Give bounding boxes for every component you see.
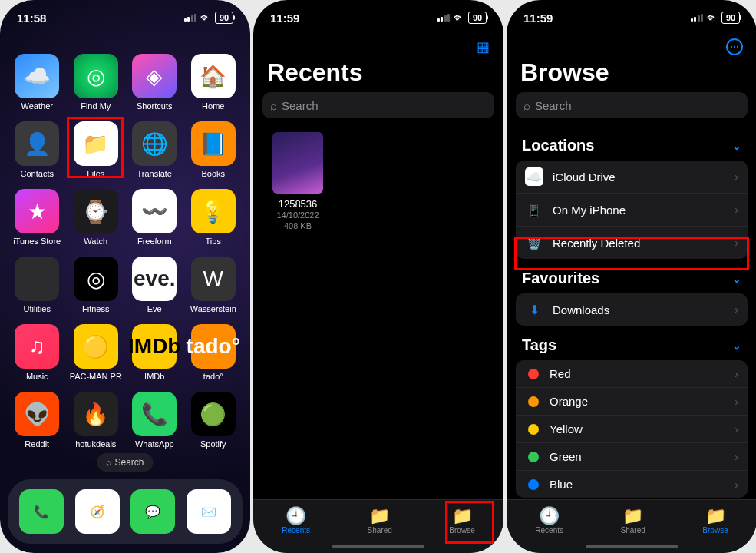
tag-blue[interactable]: Blue›: [516, 471, 748, 498]
freeform-app[interactable]: 〰️Freeform: [127, 189, 183, 246]
whatsapp-app-icon: 📞: [132, 392, 177, 436]
file-item[interactable]: 1258536 14/10/2022 408 KB: [267, 132, 328, 232]
tab-browse-icon: 📁: [452, 506, 473, 525]
file-date: 14/10/2022: [276, 210, 319, 220]
home-app[interactable]: 🏠Home: [186, 54, 242, 111]
row-recently-deleted[interactable]: 🗑️Recently Deleted›: [516, 227, 748, 259]
section-header-locations[interactable]: Locations ⌄: [516, 126, 748, 161]
app-label: WhatsApp: [135, 439, 174, 449]
search-icon: ⌕: [106, 457, 111, 468]
row-label: Green: [550, 450, 725, 463]
section-header-tags[interactable]: Tags ⌄: [516, 326, 748, 360]
wifi-icon: ᯤ: [707, 12, 718, 24]
chevron-right-icon: ›: [735, 204, 738, 216]
more-options-button[interactable]: ⋯: [726, 38, 743, 55]
fitness-app[interactable]: ◎Fitness: [68, 257, 124, 313]
music-app[interactable]: ♫Music: [9, 324, 65, 381]
pacman-app[interactable]: 🟡PAC-MAN PR: [68, 324, 124, 381]
app-label: PAC-MAN PR: [70, 372, 122, 381]
chevron-right-icon: ›: [735, 171, 738, 183]
chevron-right-icon: ›: [735, 478, 738, 491]
row-downloads[interactable]: ⬇︎Downloads›: [516, 293, 748, 326]
whatsapp-app[interactable]: 📞WhatsApp: [127, 392, 183, 449]
find-my-app[interactable]: ◎Find My: [68, 54, 124, 111]
row-icloud-drive[interactable]: ☁️iCloud Drive›: [516, 161, 748, 194]
home-indicator[interactable]: [586, 545, 678, 548]
battery-indicator: 90: [721, 12, 740, 24]
spotify-app[interactable]: 🟢Spotify: [186, 392, 242, 449]
app-label: Freeform: [137, 237, 172, 246]
find-my-app-icon: ◎: [74, 54, 118, 98]
imdb-app[interactable]: IMDbIMDb: [127, 324, 183, 381]
tab-recents[interactable]: 🕘Recents: [535, 506, 563, 535]
app-label: Reddit: [25, 439, 49, 449]
tab-shared[interactable]: 📁Shared: [368, 506, 392, 535]
phone-app[interactable]: 📞: [19, 489, 64, 534]
tab-browse[interactable]: 📁Browse: [449, 506, 474, 535]
chevron-down-icon: ⌄: [732, 339, 741, 352]
shortcuts-app-icon: ◈: [132, 54, 177, 98]
status-bar: 11:59 ᯤ 90: [507, 0, 756, 35]
spotlight-search[interactable]: ⌕ Search: [97, 453, 153, 472]
shortcuts-app[interactable]: ◈Shortcuts: [127, 54, 183, 111]
books-app[interactable]: 📘Books: [186, 121, 242, 178]
tab-shared[interactable]: 📁Shared: [621, 506, 645, 535]
contacts-app[interactable]: 👤Contacts: [9, 121, 65, 178]
chevron-right-icon: ›: [735, 368, 738, 380]
safari-app[interactable]: 🧭: [75, 489, 120, 534]
home-indicator[interactable]: [332, 545, 424, 548]
dock: 📞🧭💬✉️: [8, 479, 243, 544]
tips-app[interactable]: 💡Tips: [186, 189, 242, 246]
itunes-app[interactable]: ★iTunes Store: [9, 189, 65, 246]
wasserstein-app[interactable]: WWasserstein: [186, 257, 242, 313]
app-label: hotukdeals: [75, 439, 116, 449]
chevron-down-icon: ⌄: [732, 140, 741, 152]
battery-indicator: 90: [215, 12, 233, 24]
weather-app[interactable]: ☁️Weather: [9, 54, 65, 111]
weather-app-icon: ☁️: [15, 54, 59, 98]
row-label: Red: [550, 367, 725, 380]
chevron-down-icon: ⌄: [732, 273, 741, 285]
row-label: Recently Deleted: [553, 237, 725, 250]
status-time: 11:59: [270, 12, 299, 25]
music-app-icon: ♫: [15, 324, 59, 369]
tab-recents[interactable]: 🕘Recents: [282, 506, 310, 535]
row-on-my-iphone[interactable]: 📱On My iPhone›: [516, 194, 748, 227]
watch-app[interactable]: ⌚Watch: [68, 189, 124, 246]
watch-app-icon: ⌚: [74, 189, 118, 233]
reddit-app[interactable]: 👽Reddit: [9, 392, 65, 449]
translate-app[interactable]: 🌐Translate: [127, 121, 183, 178]
wifi-icon: ᯤ: [200, 12, 211, 24]
eve-app[interactable]: eve.Eve: [127, 257, 183, 313]
tab-shared-icon: 📁: [369, 506, 390, 525]
tag-orange[interactable]: Orange›: [516, 388, 748, 416]
tag-red[interactable]: Red›: [516, 360, 748, 388]
chevron-right-icon: ›: [735, 303, 738, 316]
files-app[interactable]: 📁Files: [68, 121, 124, 178]
chevron-right-icon: ›: [735, 396, 738, 408]
chevron-right-icon: ›: [735, 423, 738, 435]
tag-yellow[interactable]: Yellow›: [516, 416, 748, 443]
status-bar: 11:58 ᯤ 90: [0, 0, 250, 35]
tab-label: Shared: [621, 526, 645, 535]
search-field[interactable]: ⌕ Search: [262, 92, 494, 118]
hotukdeals-app[interactable]: 🔥hotukdeals: [68, 392, 124, 449]
tag-green[interactable]: Green›: [516, 443, 748, 471]
view-mode-button[interactable]: ▦: [477, 38, 490, 55]
status-bar: 11:59 ᯤ 90: [253, 0, 503, 35]
tab-browse[interactable]: 📁Browse: [702, 506, 728, 535]
section-header-favourites[interactable]: Favourites ⌄: [516, 259, 748, 293]
tag-color-dot: [528, 424, 539, 435]
row-downloads-icon: ⬇︎: [525, 300, 543, 319]
search-field[interactable]: ⌕ Search: [516, 92, 748, 118]
files-app-icon: 📁: [74, 121, 118, 166]
utilities-folder[interactable]: Utilities: [9, 257, 65, 313]
browse-list: Locations ⌄ ☁️iCloud Drive›📱On My iPhone…: [516, 126, 748, 498]
tado-app[interactable]: tado°tado°: [186, 324, 242, 381]
file-name: 1258536: [279, 198, 318, 210]
wifi-icon: ᯤ: [454, 12, 464, 24]
gmail-app[interactable]: ✉️: [187, 489, 231, 534]
messages-app[interactable]: 💬: [130, 489, 175, 534]
row-on-my-iphone-icon: 📱: [525, 200, 543, 219]
files-browse-screen: 11:59 ᯤ 90 ⋯ Browse ⌕ Search Locations ⌄…: [507, 0, 756, 553]
